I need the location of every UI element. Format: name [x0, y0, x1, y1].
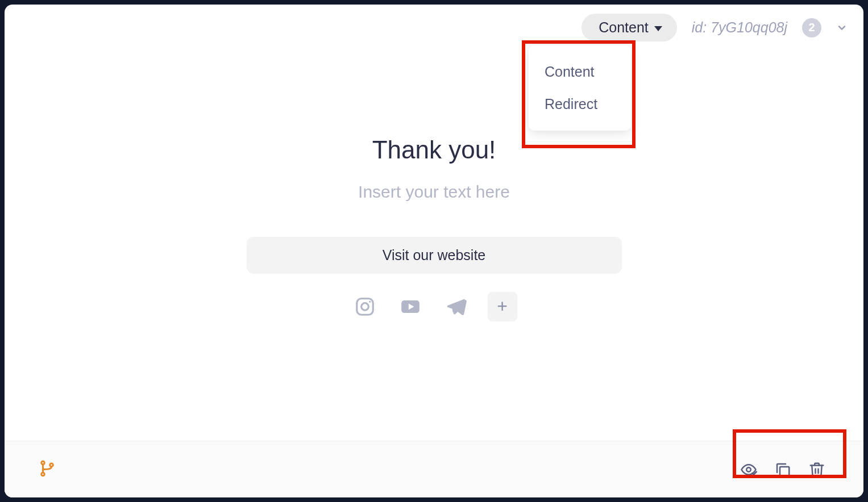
svg-rect-7 [780, 467, 789, 476]
page-title[interactable]: Thank you! [372, 136, 496, 164]
dropdown-label: Content [599, 19, 649, 36]
page-subtitle[interactable]: Insert your text here [358, 182, 510, 202]
visibility-icon[interactable] [740, 461, 758, 479]
branch-icon[interactable] [39, 469, 56, 479]
content-type-menu: Content Redirect [529, 45, 631, 131]
page-id-text: id: 7yG10qq08j [692, 19, 787, 36]
svg-point-6 [746, 467, 751, 472]
cta-button[interactable]: Visit our website [247, 237, 622, 274]
youtube-icon[interactable] [397, 293, 424, 320]
menu-item-redirect[interactable]: Redirect [529, 88, 631, 120]
expand-chevron-icon[interactable] [836, 22, 848, 34]
trash-icon[interactable] [808, 461, 826, 479]
footer-left [39, 460, 56, 479]
social-row: + [351, 292, 517, 321]
add-social-button[interactable]: + [488, 292, 517, 321]
caret-down-icon [654, 26, 662, 31]
footer-bar [5, 441, 863, 497]
footer-right [740, 461, 826, 479]
svg-rect-0 [356, 298, 373, 315]
count-badge: 2 [802, 18, 821, 37]
topbar: Content id: 7yG10qq08j 2 [582, 14, 848, 41]
instagram-icon[interactable] [351, 293, 379, 320]
copy-icon[interactable] [774, 461, 792, 479]
menu-item-content[interactable]: Content [529, 56, 631, 88]
editor-frame: Content id: 7yG10qq08j 2 Content Redirec… [5, 5, 863, 497]
content-area: Thank you! Insert your text here Visit o… [5, 5, 863, 497]
telegram-icon[interactable] [442, 293, 470, 320]
svg-point-2 [369, 300, 371, 302]
svg-point-1 [361, 303, 368, 310]
content-type-dropdown[interactable]: Content [582, 14, 677, 41]
